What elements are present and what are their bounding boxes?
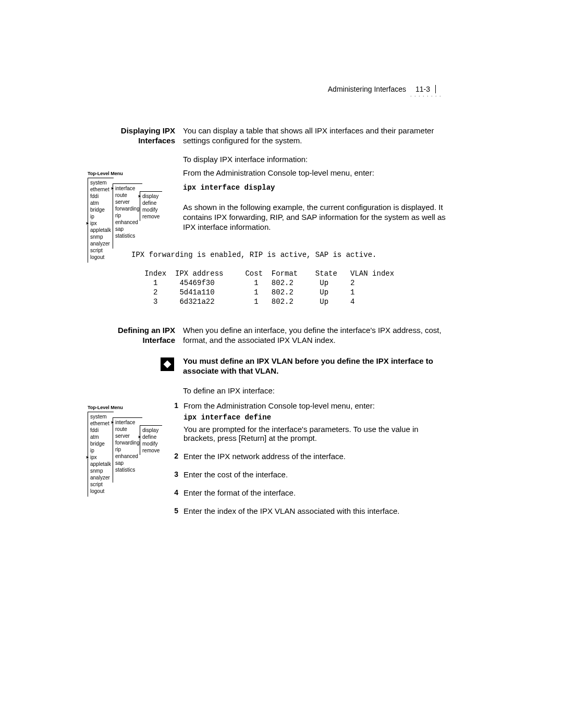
header-title: Administering Interfaces [328, 85, 406, 93]
menu-col3: display define modify remove [140, 425, 162, 455]
step-3: Enter the cost of the interface. [183, 470, 446, 479]
menu-item-display: display [142, 193, 160, 200]
menu-item-ipx: ipx [90, 454, 111, 461]
step-number: 4 [170, 488, 178, 497]
section-heading-defining-ipx: Defining an IPX Interface [107, 325, 175, 345]
page-number: 11-3 [415, 85, 436, 93]
s2-command: ipx interface define [183, 413, 446, 422]
step-number: 1 [170, 401, 178, 410]
page-header: Administering Interfaces 11-3 [328, 85, 442, 93]
step-4: Enter the format of the interface. [183, 488, 446, 497]
step-number: 2 [170, 452, 178, 461]
menu-col1: system ethernet fddi atm bridge ip ipx a… [88, 178, 114, 263]
important-note: You must define an IPX VLAN before you d… [183, 356, 446, 376]
step-list: 1 From the Administration Console top-le… [170, 401, 446, 525]
ipx-example-output: IPX forwarding is enabled, RIP is active… [131, 250, 455, 306]
menu-diagram-define: Top-Level Menu system ethernet fddi atm … [88, 404, 171, 498]
s1-p4: As shown in the following example, the c… [183, 202, 446, 232]
s1-p2: To display IPX interface information: [183, 154, 446, 164]
s2-p1: When you define an interface, you define… [183, 325, 446, 345]
menu-col2: interface route server forwarding rip en… [113, 417, 142, 483]
step-1a: From the Administration Console top-leve… [183, 401, 446, 410]
document-page: Administering Interfaces 11-3 · · · · · … [0, 0, 563, 728]
step-number: 5 [170, 507, 178, 515]
step-number: 3 [170, 470, 178, 479]
menu-item-interface: interface [115, 419, 140, 426]
menu-diagram-display: Top-Level Menu system ethernet fddi atm … [88, 170, 171, 264]
menu-label: Top-Level Menu [88, 404, 171, 411]
menu-item-interface: interface [115, 185, 140, 192]
s1-p3: From the Administration Console top-leve… [183, 168, 446, 178]
menu-col1: system ethernet fddi atm bridge ip ipx a… [88, 412, 114, 497]
menu-label: Top-Level Menu [88, 170, 171, 177]
s1-p1: You can display a table that shows all I… [183, 126, 446, 145]
step-5: Enter the index of the IPX VLAN associat… [183, 507, 446, 515]
menu-col3: display define modify remove [140, 191, 162, 221]
menu-item-ipx: ipx [90, 220, 111, 227]
menu-item-define: define [142, 434, 160, 440]
step-1b: You are prompted for the interface's par… [183, 425, 446, 442]
info-icon [161, 357, 174, 371]
s2-p2: To define an IPX interface: [183, 386, 446, 396]
step-2: Enter the IPX network address of the int… [183, 452, 446, 461]
decorative-dots: · · · · · · · · [410, 93, 442, 98]
s1-command: ipx interface display [183, 183, 446, 192]
section-heading-displaying-ipx: Displaying IPX Interfaces [107, 126, 175, 145]
